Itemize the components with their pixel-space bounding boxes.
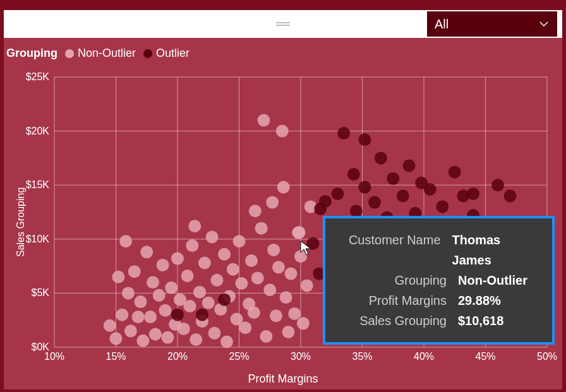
tooltip-value: $10,618 (458, 311, 503, 331)
scatter-point[interactable] (293, 226, 306, 239)
scatter-chart-panel: Grouping Non-Outlier Outlier Sales Group… (4, 38, 562, 389)
scatter-point[interactable] (128, 265, 141, 278)
scatter-point[interactable] (119, 235, 132, 247)
filter-dropdown[interactable]: All (427, 11, 557, 37)
scatter-point[interactable] (347, 168, 360, 181)
scatter-point[interactable] (248, 306, 260, 319)
scatter-point[interactable] (218, 294, 231, 306)
scatter-point[interactable] (153, 289, 166, 302)
scatter-point[interactable] (294, 250, 307, 263)
scatter-point[interactable] (260, 330, 272, 343)
scatter-point[interactable] (239, 321, 251, 334)
scatter-point[interactable] (424, 183, 437, 196)
scatter-point[interactable] (358, 133, 371, 146)
scatter-point[interactable] (282, 326, 295, 338)
scatter-point[interactable] (387, 172, 399, 185)
scatter-point[interactable] (218, 248, 231, 261)
scatter-point[interactable] (297, 317, 310, 330)
scatter-point[interactable] (288, 307, 301, 320)
scatter-point[interactable] (233, 235, 246, 247)
scatter-point[interactable] (208, 327, 221, 340)
scatter-point[interactable] (144, 311, 157, 323)
chart-legend: Grouping Non-Outlier Outlier (6, 47, 190, 60)
scatter-point[interactable] (397, 189, 409, 202)
scatter-point[interactable] (184, 300, 196, 312)
scatter-point[interactable] (157, 259, 169, 271)
scatter-point[interactable] (165, 282, 178, 294)
scatter-point[interactable] (124, 324, 137, 337)
scatter-point[interactable] (245, 254, 258, 267)
scatter-point[interactable] (198, 256, 211, 269)
scatter-point[interactable] (147, 276, 159, 288)
x-tick-label: 25% (229, 347, 249, 362)
scatter-point[interactable] (449, 166, 461, 179)
scatter-point[interactable] (161, 331, 174, 344)
scatter-point[interactable] (110, 332, 123, 345)
legend-item-non-outlier[interactable]: Non-Outlier (65, 47, 136, 60)
scatter-point[interactable] (104, 319, 116, 332)
tooltip-value: Thomas James (452, 230, 538, 270)
drag-handle-icon[interactable] (276, 21, 290, 27)
scatter-point[interactable] (112, 271, 124, 283)
scatter-point[interactable] (301, 279, 313, 292)
scatter-point[interactable] (358, 181, 371, 194)
tooltip-row: Profit Margins29.88% (339, 290, 538, 311)
scatter-point[interactable] (504, 189, 517, 202)
scatter-point[interactable] (202, 297, 215, 309)
scatter-point[interactable] (266, 196, 279, 209)
scatter-point[interactable] (181, 270, 194, 282)
scatter-point[interactable] (193, 286, 206, 299)
scatter-point[interactable] (255, 222, 268, 235)
scatter-point[interactable] (307, 237, 320, 250)
scatter-point[interactable] (319, 195, 332, 208)
scatter-point[interactable] (284, 268, 297, 280)
scatter-point[interactable] (116, 309, 128, 321)
scatter-point[interactable] (159, 304, 172, 317)
scatter-point[interactable] (249, 205, 262, 217)
chevron-down-icon (538, 18, 550, 30)
scatter-point[interactable] (332, 187, 344, 200)
scatter-point[interactable] (491, 179, 504, 191)
scatter-point[interactable] (196, 309, 208, 321)
scatter-point[interactable] (149, 328, 162, 340)
tooltip-key: Profit Margins (339, 290, 447, 311)
scatter-point[interactable] (186, 239, 198, 252)
scatter-point[interactable] (171, 252, 184, 265)
y-tick-label: $5K (32, 287, 54, 299)
scatter-point[interactable] (403, 159, 416, 172)
scatter-point[interactable] (135, 295, 147, 308)
scatter-point[interactable] (171, 309, 184, 321)
scatter-point[interactable] (276, 125, 289, 138)
scatter-point[interactable] (235, 277, 248, 290)
scatter-point[interactable] (206, 230, 219, 243)
scatter-point[interactable] (272, 261, 285, 273)
scatter-point[interactable] (467, 187, 479, 200)
scatter-point[interactable] (190, 333, 202, 346)
scatter-point[interactable] (436, 200, 449, 213)
scatter-point[interactable] (337, 127, 350, 140)
scatter-point[interactable] (280, 291, 292, 304)
scatter-point[interactable] (210, 274, 223, 287)
legend-item-label: Outlier (156, 47, 190, 60)
scatter-point[interactable] (368, 196, 381, 209)
scatter-point[interactable] (178, 323, 190, 335)
filter-dropdown-value: All (435, 17, 449, 32)
scatter-point[interactable] (136, 335, 149, 347)
scatter-point[interactable] (220, 335, 233, 348)
tooltip-key: Grouping (339, 270, 447, 290)
scatter-point[interactable] (267, 244, 280, 256)
scatter-point[interactable] (132, 311, 145, 323)
scatter-point[interactable] (270, 309, 282, 322)
scatter-point[interactable] (263, 283, 276, 296)
y-axis-label: Sales Grouping (15, 187, 27, 257)
scatter-point[interactable] (188, 220, 201, 232)
scatter-point[interactable] (227, 263, 239, 276)
scatter-point[interactable] (140, 246, 153, 258)
data-tooltip: Customer NameThomas JamesGroupingNon-Out… (323, 216, 555, 345)
legend-item-outlier[interactable]: Outlier (143, 47, 190, 60)
scatter-point[interactable] (277, 181, 290, 194)
scatter-point[interactable] (122, 287, 135, 299)
scatter-point[interactable] (251, 271, 264, 284)
scatter-point[interactable] (375, 151, 387, 164)
scatter-point[interactable] (258, 114, 270, 126)
